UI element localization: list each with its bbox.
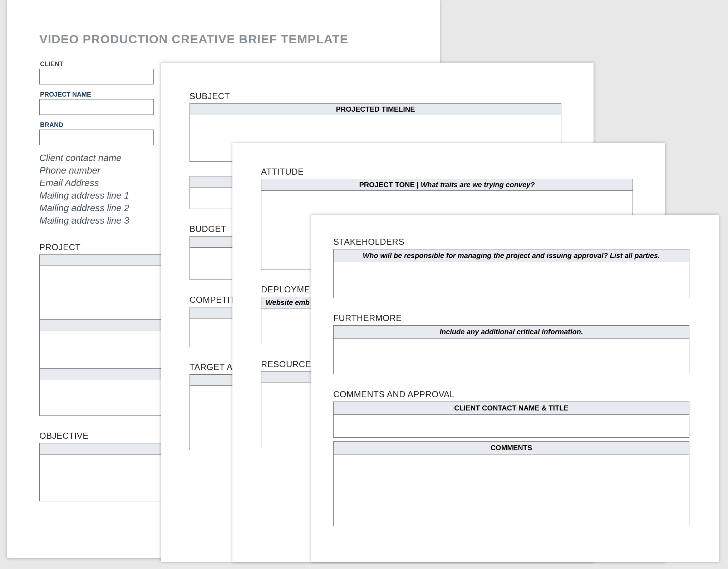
client-contact-body[interactable] <box>333 415 689 438</box>
stakeholders-body[interactable] <box>333 262 689 298</box>
project-tone-label: PROJECT TONE <box>359 181 415 189</box>
stakeholders-section-label: STAKEHOLDERS <box>333 237 689 247</box>
furthermore-body[interactable] <box>333 339 689 374</box>
comments-body[interactable] <box>333 454 689 526</box>
furthermore-section-label: FURTHERMORE <box>333 313 689 323</box>
document-title: VIDEO PRODUCTION CREATIVE BRIEF TEMPLATE <box>39 32 408 46</box>
attitude-section-label: ATTITUDE <box>261 167 633 177</box>
client-contact-header: CLIENT CONTACT NAME & TITLE <box>333 402 689 415</box>
project-tone-prompt: What traits are we trying convey? <box>420 181 535 189</box>
project-tone-sep: | <box>415 181 421 189</box>
comments-header: COMMENTS <box>333 441 689 454</box>
client-field[interactable] <box>39 69 154 84</box>
project-tone-header: PROJECT TONE | What traits are we trying… <box>261 179 633 191</box>
subject-section-label: SUBJECT <box>190 91 561 101</box>
projected-timeline-header: PROJECTED TIMELINE <box>190 103 561 115</box>
furthermore-header: Include any additional critical informat… <box>333 325 689 339</box>
comments-approval-section-label: COMMENTS AND APPROVAL <box>333 389 689 399</box>
stakeholders-header: Who will be responsible for managing the… <box>333 249 689 262</box>
template-page-4: STAKEHOLDERS Who will be responsible for… <box>311 215 719 562</box>
brand-field[interactable] <box>39 130 154 145</box>
project-name-field[interactable] <box>39 99 154 115</box>
